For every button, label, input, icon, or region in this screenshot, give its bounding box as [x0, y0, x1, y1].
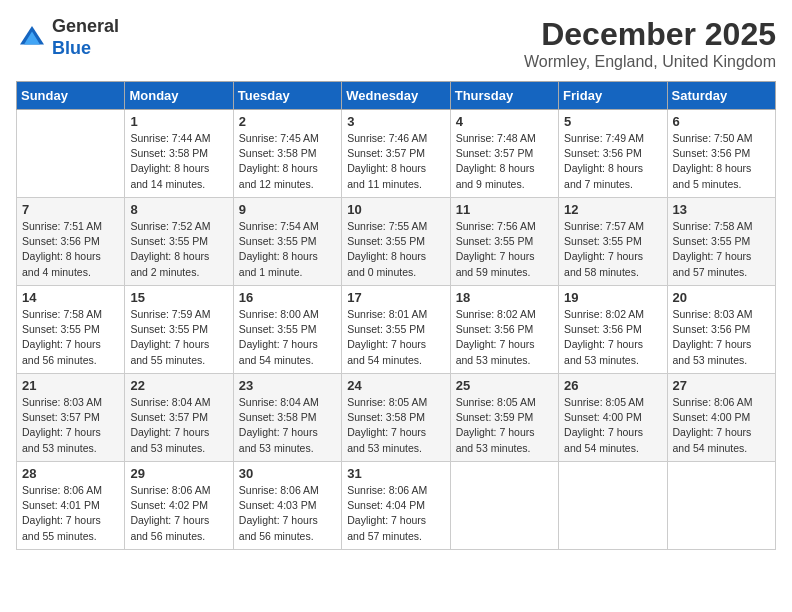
- day-info: Sunrise: 7:59 AMSunset: 3:55 PMDaylight:…: [130, 307, 227, 368]
- day-number: 12: [564, 202, 661, 217]
- day-cell: 27Sunrise: 8:06 AMSunset: 4:00 PMDayligh…: [667, 374, 775, 462]
- day-number: 11: [456, 202, 553, 217]
- day-number: 23: [239, 378, 336, 393]
- day-cell: 5Sunrise: 7:49 AMSunset: 3:56 PMDaylight…: [559, 110, 667, 198]
- day-number: 31: [347, 466, 444, 481]
- day-cell: 10Sunrise: 7:55 AMSunset: 3:55 PMDayligh…: [342, 198, 450, 286]
- day-info: Sunrise: 7:57 AMSunset: 3:55 PMDaylight:…: [564, 219, 661, 280]
- day-cell: 11Sunrise: 7:56 AMSunset: 3:55 PMDayligh…: [450, 198, 558, 286]
- day-number: 24: [347, 378, 444, 393]
- day-cell: 23Sunrise: 8:04 AMSunset: 3:58 PMDayligh…: [233, 374, 341, 462]
- day-cell: 2Sunrise: 7:45 AMSunset: 3:58 PMDaylight…: [233, 110, 341, 198]
- day-number: 15: [130, 290, 227, 305]
- day-cell: 29Sunrise: 8:06 AMSunset: 4:02 PMDayligh…: [125, 462, 233, 550]
- col-header-monday: Monday: [125, 82, 233, 110]
- day-info: Sunrise: 7:48 AMSunset: 3:57 PMDaylight:…: [456, 131, 553, 192]
- logo-general-text: General: [52, 16, 119, 36]
- day-cell: 31Sunrise: 8:06 AMSunset: 4:04 PMDayligh…: [342, 462, 450, 550]
- header-row: SundayMondayTuesdayWednesdayThursdayFrid…: [17, 82, 776, 110]
- day-info: Sunrise: 8:02 AMSunset: 3:56 PMDaylight:…: [456, 307, 553, 368]
- day-info: Sunrise: 7:44 AMSunset: 3:58 PMDaylight:…: [130, 131, 227, 192]
- day-cell: [450, 462, 558, 550]
- day-number: 27: [673, 378, 770, 393]
- day-info: Sunrise: 8:03 AMSunset: 3:57 PMDaylight:…: [22, 395, 119, 456]
- day-info: Sunrise: 8:06 AMSunset: 4:01 PMDaylight:…: [22, 483, 119, 544]
- day-info: Sunrise: 7:45 AMSunset: 3:58 PMDaylight:…: [239, 131, 336, 192]
- day-info: Sunrise: 8:01 AMSunset: 3:55 PMDaylight:…: [347, 307, 444, 368]
- day-cell: 16Sunrise: 8:00 AMSunset: 3:55 PMDayligh…: [233, 286, 341, 374]
- day-cell: 15Sunrise: 7:59 AMSunset: 3:55 PMDayligh…: [125, 286, 233, 374]
- day-number: 13: [673, 202, 770, 217]
- day-cell: 1Sunrise: 7:44 AMSunset: 3:58 PMDaylight…: [125, 110, 233, 198]
- logo-blue-text: Blue: [52, 38, 91, 58]
- day-cell: 6Sunrise: 7:50 AMSunset: 3:56 PMDaylight…: [667, 110, 775, 198]
- col-header-thursday: Thursday: [450, 82, 558, 110]
- day-info: Sunrise: 8:06 AMSunset: 4:00 PMDaylight:…: [673, 395, 770, 456]
- page-header: General Blue December 2025 Wormley, Engl…: [16, 16, 776, 71]
- day-cell: [17, 110, 125, 198]
- day-number: 5: [564, 114, 661, 129]
- week-row-5: 28Sunrise: 8:06 AMSunset: 4:01 PMDayligh…: [17, 462, 776, 550]
- day-number: 7: [22, 202, 119, 217]
- day-cell: 14Sunrise: 7:58 AMSunset: 3:55 PMDayligh…: [17, 286, 125, 374]
- day-cell: 25Sunrise: 8:05 AMSunset: 3:59 PMDayligh…: [450, 374, 558, 462]
- day-number: 14: [22, 290, 119, 305]
- day-cell: 9Sunrise: 7:54 AMSunset: 3:55 PMDaylight…: [233, 198, 341, 286]
- day-info: Sunrise: 7:46 AMSunset: 3:57 PMDaylight:…: [347, 131, 444, 192]
- day-number: 18: [456, 290, 553, 305]
- day-cell: 12Sunrise: 7:57 AMSunset: 3:55 PMDayligh…: [559, 198, 667, 286]
- day-cell: 22Sunrise: 8:04 AMSunset: 3:57 PMDayligh…: [125, 374, 233, 462]
- day-cell: 28Sunrise: 8:06 AMSunset: 4:01 PMDayligh…: [17, 462, 125, 550]
- day-number: 4: [456, 114, 553, 129]
- day-info: Sunrise: 8:05 AMSunset: 3:58 PMDaylight:…: [347, 395, 444, 456]
- day-info: Sunrise: 8:03 AMSunset: 3:56 PMDaylight:…: [673, 307, 770, 368]
- day-info: Sunrise: 8:02 AMSunset: 3:56 PMDaylight:…: [564, 307, 661, 368]
- day-info: Sunrise: 7:54 AMSunset: 3:55 PMDaylight:…: [239, 219, 336, 280]
- logo: General Blue: [16, 16, 119, 59]
- day-number: 9: [239, 202, 336, 217]
- day-number: 3: [347, 114, 444, 129]
- day-info: Sunrise: 8:00 AMSunset: 3:55 PMDaylight:…: [239, 307, 336, 368]
- col-header-tuesday: Tuesday: [233, 82, 341, 110]
- week-row-3: 14Sunrise: 7:58 AMSunset: 3:55 PMDayligh…: [17, 286, 776, 374]
- day-number: 2: [239, 114, 336, 129]
- day-cell: 26Sunrise: 8:05 AMSunset: 4:00 PMDayligh…: [559, 374, 667, 462]
- day-cell: 30Sunrise: 8:06 AMSunset: 4:03 PMDayligh…: [233, 462, 341, 550]
- title-block: December 2025 Wormley, England, United K…: [524, 16, 776, 71]
- day-number: 20: [673, 290, 770, 305]
- day-info: Sunrise: 7:52 AMSunset: 3:55 PMDaylight:…: [130, 219, 227, 280]
- col-header-sunday: Sunday: [17, 82, 125, 110]
- day-number: 21: [22, 378, 119, 393]
- day-number: 28: [22, 466, 119, 481]
- day-number: 26: [564, 378, 661, 393]
- day-cell: [559, 462, 667, 550]
- day-cell: 21Sunrise: 8:03 AMSunset: 3:57 PMDayligh…: [17, 374, 125, 462]
- day-number: 22: [130, 378, 227, 393]
- day-number: 1: [130, 114, 227, 129]
- day-cell: 13Sunrise: 7:58 AMSunset: 3:55 PMDayligh…: [667, 198, 775, 286]
- day-info: Sunrise: 8:05 AMSunset: 4:00 PMDaylight:…: [564, 395, 661, 456]
- day-cell: 19Sunrise: 8:02 AMSunset: 3:56 PMDayligh…: [559, 286, 667, 374]
- day-info: Sunrise: 8:05 AMSunset: 3:59 PMDaylight:…: [456, 395, 553, 456]
- col-header-wednesday: Wednesday: [342, 82, 450, 110]
- day-info: Sunrise: 7:58 AMSunset: 3:55 PMDaylight:…: [22, 307, 119, 368]
- col-header-friday: Friday: [559, 82, 667, 110]
- day-info: Sunrise: 7:50 AMSunset: 3:56 PMDaylight:…: [673, 131, 770, 192]
- day-cell: 3Sunrise: 7:46 AMSunset: 3:57 PMDaylight…: [342, 110, 450, 198]
- day-info: Sunrise: 7:51 AMSunset: 3:56 PMDaylight:…: [22, 219, 119, 280]
- week-row-1: 1Sunrise: 7:44 AMSunset: 3:58 PMDaylight…: [17, 110, 776, 198]
- day-info: Sunrise: 7:58 AMSunset: 3:55 PMDaylight:…: [673, 219, 770, 280]
- day-cell: 8Sunrise: 7:52 AMSunset: 3:55 PMDaylight…: [125, 198, 233, 286]
- day-number: 10: [347, 202, 444, 217]
- day-cell: [667, 462, 775, 550]
- calendar-subtitle: Wormley, England, United Kingdom: [524, 53, 776, 71]
- day-number: 17: [347, 290, 444, 305]
- day-cell: 24Sunrise: 8:05 AMSunset: 3:58 PMDayligh…: [342, 374, 450, 462]
- day-number: 19: [564, 290, 661, 305]
- day-number: 16: [239, 290, 336, 305]
- day-info: Sunrise: 8:06 AMSunset: 4:02 PMDaylight:…: [130, 483, 227, 544]
- logo-icon: [16, 22, 48, 54]
- calendar-table: SundayMondayTuesdayWednesdayThursdayFrid…: [16, 81, 776, 550]
- calendar-title: December 2025: [524, 16, 776, 53]
- day-cell: 4Sunrise: 7:48 AMSunset: 3:57 PMDaylight…: [450, 110, 558, 198]
